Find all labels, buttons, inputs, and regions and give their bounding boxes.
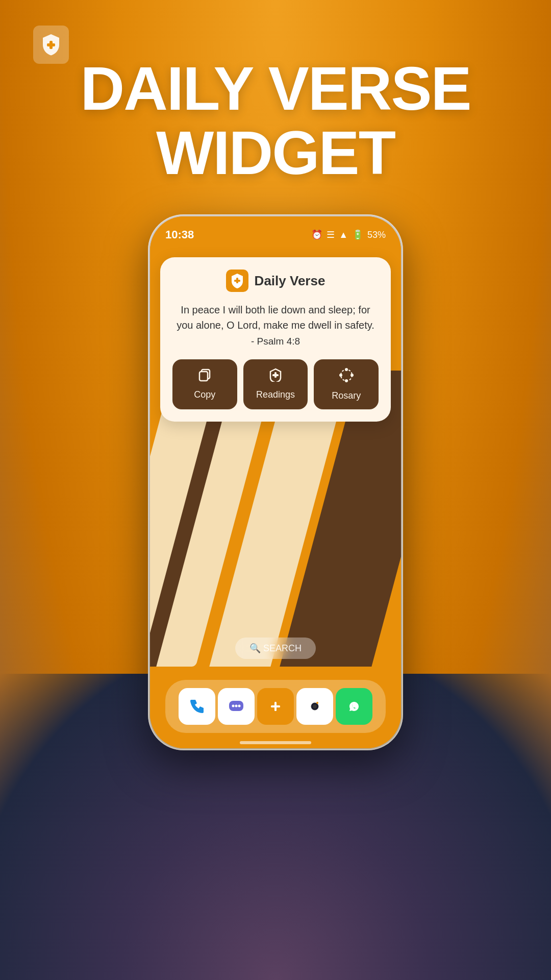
svg-point-9 xyxy=(345,368,348,371)
widget-app-icon xyxy=(226,270,248,292)
svg-point-15 xyxy=(235,705,238,707)
phone-dock xyxy=(165,680,386,733)
copy-icon xyxy=(197,368,212,385)
svg-point-16 xyxy=(238,705,241,707)
widget-reference: - Psalm 4:8 xyxy=(172,336,379,347)
svg-rect-19 xyxy=(271,705,280,707)
dock-app-messages[interactable] xyxy=(218,688,255,725)
main-title: DAILY VERSE WIDGET xyxy=(0,56,551,185)
svg-point-10 xyxy=(350,374,354,377)
phone-mockup: 10:38 ⏰ ☰ ▲ 🔋 53% Daily Verse xyxy=(148,214,403,750)
battery-icon: 🔋 xyxy=(352,229,363,240)
svg-rect-5 xyxy=(199,372,208,381)
widget-buttons: Copy Readings xyxy=(172,359,379,409)
search-bar[interactable]: 🔍 SEARCH xyxy=(235,638,316,659)
svg-point-23 xyxy=(316,702,318,704)
svg-point-11 xyxy=(345,379,348,382)
widget-header: Daily Verse xyxy=(172,270,379,292)
copy-button[interactable]: Copy xyxy=(172,359,237,409)
widget-verse: In peace I will both lie down and sleep;… xyxy=(172,302,379,333)
readings-button[interactable]: Readings xyxy=(243,359,308,409)
svg-point-12 xyxy=(339,374,342,377)
dock-app-camera[interactable] xyxy=(296,688,333,725)
wifi-icon: ☰ xyxy=(327,229,335,240)
readings-icon xyxy=(268,368,283,385)
search-bar-label: 🔍 SEARCH xyxy=(249,643,302,654)
dock-app-phone[interactable] xyxy=(179,688,215,725)
rosary-button[interactable]: Rosary xyxy=(314,359,379,409)
rosary-label: Rosary xyxy=(332,390,361,401)
copy-label: Copy xyxy=(194,389,215,400)
home-indicator xyxy=(240,741,311,744)
svg-rect-7 xyxy=(272,374,279,376)
svg-rect-1 xyxy=(47,43,55,46)
widget-card: Daily Verse In peace I will both lie dow… xyxy=(160,257,391,422)
status-bar: 10:38 ⏰ ☰ ▲ 🔋 53% xyxy=(150,216,401,247)
svg-point-14 xyxy=(232,705,235,707)
status-icons: ⏰ ☰ ▲ 🔋 53% xyxy=(311,229,386,240)
rosary-icon xyxy=(339,368,354,386)
widget-title: Daily Verse xyxy=(255,273,325,289)
svg-point-8 xyxy=(341,370,352,381)
alarm-icon: ⏰ xyxy=(311,229,322,240)
svg-point-22 xyxy=(313,704,317,708)
dock-app-bible[interactable] xyxy=(257,688,294,725)
battery-pct: 53% xyxy=(367,230,386,240)
svg-rect-3 xyxy=(234,280,240,282)
status-time: 10:38 xyxy=(165,228,194,241)
readings-label: Readings xyxy=(256,389,295,400)
dock-app-whatsapp[interactable] xyxy=(336,688,372,725)
signal-icon: ▲ xyxy=(339,230,348,240)
